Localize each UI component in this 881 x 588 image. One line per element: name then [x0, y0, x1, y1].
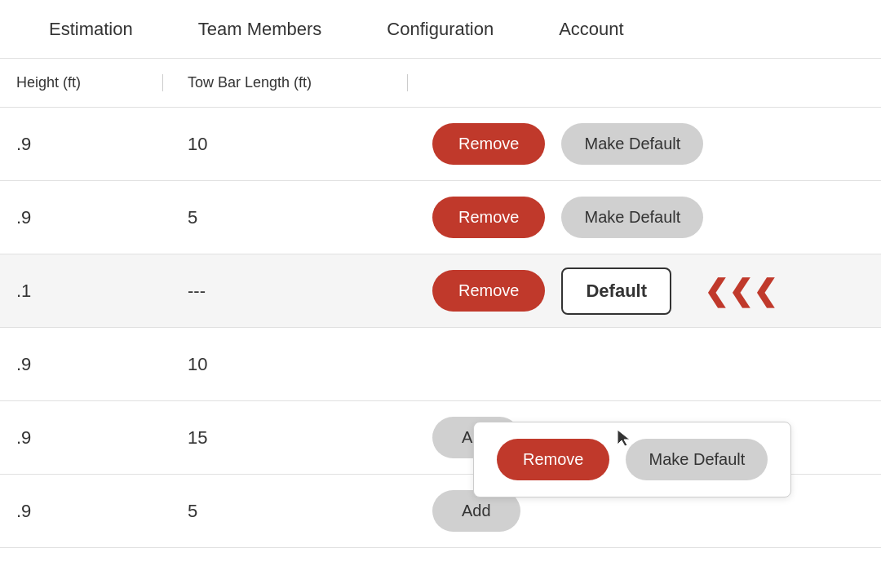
nav-label-estimation: Estimation	[49, 19, 133, 40]
cell-actions-1: Remove Make Default	[408, 123, 881, 165]
cell-actions-3: Remove Default ❮❮❮	[408, 267, 881, 315]
nav-label-account: Account	[559, 19, 624, 40]
make-default-button-2[interactable]: Make Default	[561, 197, 703, 238]
cell-towbar-6: 5	[163, 501, 408, 522]
cell-towbar-3: ---	[163, 281, 408, 302]
cell-towbar-4: 10	[163, 354, 408, 375]
table-row: .9 10 Remove Make Default	[0, 328, 881, 401]
cell-towbar-2: 5	[163, 207, 408, 228]
cell-height-3: .1	[0, 281, 163, 302]
nav-item-team-members[interactable]: Team Members	[166, 0, 355, 58]
table-row: .9 5 Remove Make Default	[0, 181, 881, 254]
remove-button-4-popup[interactable]: Remove	[497, 439, 609, 480]
cell-towbar-1: 10	[163, 134, 408, 155]
cell-height-5: .9	[0, 427, 163, 449]
make-default-button-1[interactable]: Make Default	[561, 123, 703, 165]
table-header: Height (ft) Tow Bar Length (ft)	[0, 59, 881, 108]
nav-item-account[interactable]: Account	[526, 0, 657, 58]
column-header-towbar: Tow Bar Length (ft)	[163, 74, 408, 91]
cell-height-1: .9	[0, 134, 163, 155]
column-header-height: Height (ft)	[0, 74, 163, 91]
cell-height-4: .9	[0, 354, 163, 375]
config-table: Height (ft) Tow Bar Length (ft) .9 10 Re…	[0, 59, 881, 548]
table-row: .9 10 Remove Make Default	[0, 108, 881, 181]
chevron-left-double-icon: ❮❮❮	[704, 274, 777, 308]
cell-height-2: .9	[0, 207, 163, 228]
table-row-default: .1 --- Remove Default ❮❮❮	[0, 254, 881, 328]
default-button-3[interactable]: Default	[561, 267, 671, 315]
remove-button-1[interactable]: Remove	[432, 123, 545, 165]
cell-height-6: .9	[0, 501, 163, 522]
cell-actions-2: Remove Make Default	[408, 197, 881, 238]
nav-bar: Estimation Team Members Configuration Ac…	[0, 0, 881, 59]
nav-label-team-members: Team Members	[198, 19, 322, 40]
nav-item-estimation[interactable]: Estimation	[16, 0, 166, 58]
cell-towbar-5: 15	[163, 427, 408, 449]
nav-label-configuration: Configuration	[387, 19, 494, 40]
make-default-button-4-popup[interactable]: Make Default	[626, 439, 768, 480]
remove-button-2[interactable]: Remove	[432, 197, 545, 238]
remove-button-3[interactable]: Remove	[432, 270, 545, 312]
nav-item-configuration[interactable]: Configuration	[354, 0, 526, 58]
action-popup: Remove Make Default	[473, 422, 791, 497]
